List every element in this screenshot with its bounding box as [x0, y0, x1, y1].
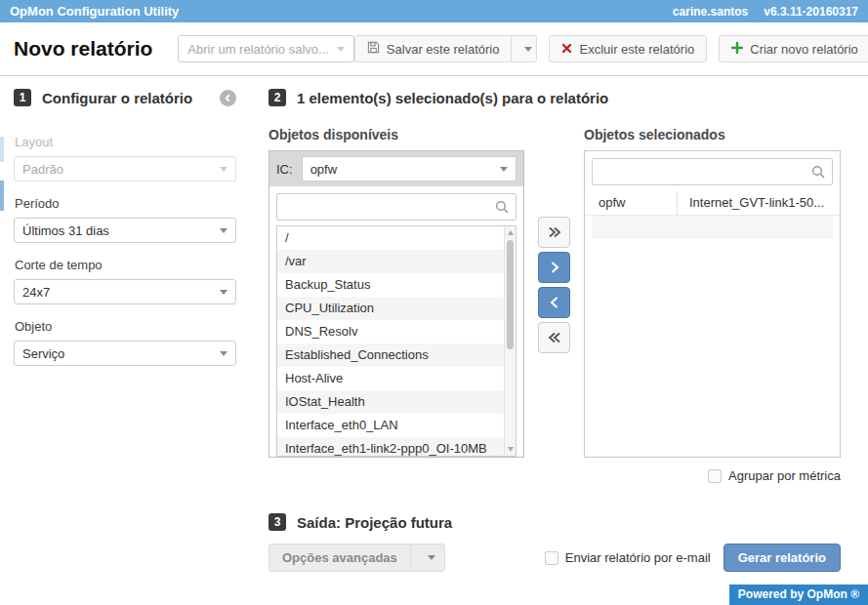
selected-objects-title: Objetos selecionados [584, 127, 841, 142]
transfer-buttons-column [524, 127, 584, 483]
period-label: Período [15, 196, 236, 211]
advanced-options-button-group: Opções avançadas [269, 544, 445, 572]
available-object-row[interactable]: /var [277, 250, 516, 273]
available-objects-title: Objetos disponíveis [269, 127, 524, 142]
layout-select[interactable]: Padrão [14, 156, 236, 182]
layout-label: Layout [15, 135, 236, 149]
save-report-dropdown-toggle[interactable] [512, 35, 537, 62]
period-value: Últimos 31 dias [22, 223, 212, 238]
group-by-metric-checkbox[interactable] [708, 469, 722, 483]
ic-filter-bar: IC: opfw [269, 151, 523, 186]
available-object-row[interactable]: / [277, 226, 516, 250]
section-3-title: Saída: Projeção futura [297, 514, 452, 531]
delete-x-icon [561, 42, 572, 57]
advanced-options-button[interactable]: Opções avançadas [269, 544, 410, 571]
send-email-label: Enviar relatório por e-mail [565, 550, 711, 565]
delete-report-button[interactable]: Excluir este relatório [549, 35, 707, 62]
search-icon [811, 165, 826, 183]
ic-select[interactable]: opfw [302, 156, 517, 182]
available-objects-rows: / /var Backup_Status CPU_Utilization DNS… [277, 226, 516, 457]
step-3-badge: 3 [269, 513, 286, 531]
caret-down-icon [220, 351, 227, 356]
search-icon [495, 200, 510, 219]
caret-down-icon [500, 167, 508, 172]
create-report-label: Criar novo relatório [750, 42, 858, 57]
scrollbar-thumb[interactable] [507, 240, 514, 349]
section-2-title: 1 elemento(s) selecionado(s) para o rela… [297, 90, 608, 106]
save-report-button-group: Salvar este relatório [354, 35, 538, 62]
logged-in-user: carine.santos [673, 5, 748, 19]
caret-down-icon [428, 555, 435, 560]
app-title: OpMon Configuration Utility [10, 4, 179, 19]
plus-icon [731, 42, 743, 57]
app-version: v6.3.11-20160317 [764, 5, 858, 19]
collapse-panel-button[interactable] [220, 90, 236, 106]
scroll-down-icon[interactable] [508, 447, 514, 452]
ic-label: IC: [276, 162, 293, 177]
save-report-button[interactable]: Salvar este relatório [354, 35, 513, 62]
available-search-box [276, 193, 517, 221]
empty-row-stripe [592, 216, 833, 239]
available-objects-list: / /var Backup_Status CPU_Utilization DNS… [276, 225, 517, 457]
available-object-row[interactable]: Interface_eth0_LAN [277, 414, 516, 437]
object-type-value: Serviço [22, 346, 212, 361]
move-left-button[interactable] [538, 287, 570, 318]
open-saved-report-placeholder: Abrir um relatório salvo... [187, 42, 329, 57]
powered-by-badge: Powered by OpMon ® [729, 585, 868, 605]
main-content: 1 Configurar o relatório Layout Padrão P… [0, 76, 868, 605]
move-right-button[interactable] [538, 252, 570, 283]
available-object-row[interactable]: DNS_Resolv [277, 320, 516, 343]
caret-down-icon [524, 47, 532, 52]
move-all-right-button[interactable] [538, 217, 570, 248]
available-search-input[interactable] [276, 193, 517, 221]
timeslice-label: Corte de tempo [15, 258, 236, 272]
caret-down-icon [220, 167, 227, 172]
generate-report-button[interactable]: Gerar relatório [723, 544, 841, 572]
create-report-button[interactable]: Criar novo relatório [719, 35, 868, 62]
available-object-row[interactable]: Established_Connections [277, 343, 516, 367]
save-icon [367, 41, 380, 57]
move-all-left-button[interactable] [538, 322, 570, 353]
open-saved-report-select[interactable]: Abrir um relatório salvo... [178, 35, 354, 62]
timeslice-select[interactable]: 24x7 [14, 279, 236, 304]
send-email-checkbox[interactable] [545, 551, 558, 565]
available-objects-box: IC: opfw / /var Backup_Status [269, 150, 524, 458]
left-edge-strip [0, 137, 4, 162]
output-section: 3 Saída: Projeção futura Opções avançada… [269, 513, 841, 572]
selected-object-row[interactable]: opfw Internet_GVT-link1-50... [585, 191, 840, 216]
caret-down-icon [220, 228, 227, 233]
layout-value: Padrão [22, 162, 212, 177]
report-toolbar: Novo relatório Abrir um relatório salvo.… [0, 22, 868, 76]
save-report-label: Salvar este relatório [387, 42, 500, 57]
period-select[interactable]: Últimos 31 dias [14, 218, 236, 243]
app-title-bar: OpMon Configuration Utility carine.santo… [0, 0, 868, 22]
advanced-options-dropdown-toggle[interactable] [410, 544, 444, 571]
selected-objects-table: opfw Internet_GVT-link1-50... [585, 191, 840, 216]
group-by-metric-label: Agrupar por métrica [728, 468, 841, 483]
available-object-row[interactable]: IOStat_Health [277, 390, 516, 414]
scroll-up-icon[interactable] [508, 230, 514, 235]
ic-value: opfw [310, 162, 492, 177]
selected-objects-box: opfw Internet_GVT-link1-50... [584, 150, 841, 458]
delete-report-label: Excluir este relatório [579, 42, 694, 57]
selected-objects-column: Objetos selecionados opfw Internet_GVT-l… [584, 127, 841, 483]
selected-service-cell: Internet_GVT-link1-50... [678, 191, 840, 215]
selected-search-input[interactable] [592, 158, 833, 185]
list-scrollbar[interactable] [504, 226, 516, 456]
available-object-row[interactable]: CPU_Utilization [277, 297, 516, 320]
step-1-badge: 1 [14, 89, 31, 106]
timeslice-value: 24x7 [22, 285, 212, 300]
selected-host-cell: opfw [585, 191, 678, 215]
object-selection-section: 2 1 elemento(s) selecionado(s) para o re… [269, 89, 841, 483]
object-type-select[interactable]: Serviço [14, 341, 236, 366]
available-object-row[interactable]: Interface_eth1-link2-ppp0_OI-10MB [277, 437, 516, 457]
available-object-row[interactable]: Host-Alive [277, 367, 516, 390]
selected-search-box [592, 158, 833, 185]
object-type-label: Objeto [15, 319, 236, 334]
caret-down-icon [220, 290, 227, 295]
caret-down-icon [337, 47, 345, 52]
left-edge-scroll-strip [0, 181, 4, 211]
section-1-title: Configurar o relatório [42, 90, 192, 106]
available-objects-column: Objetos disponíveis IC: opfw [269, 127, 524, 483]
available-object-row[interactable]: Backup_Status [277, 273, 516, 297]
